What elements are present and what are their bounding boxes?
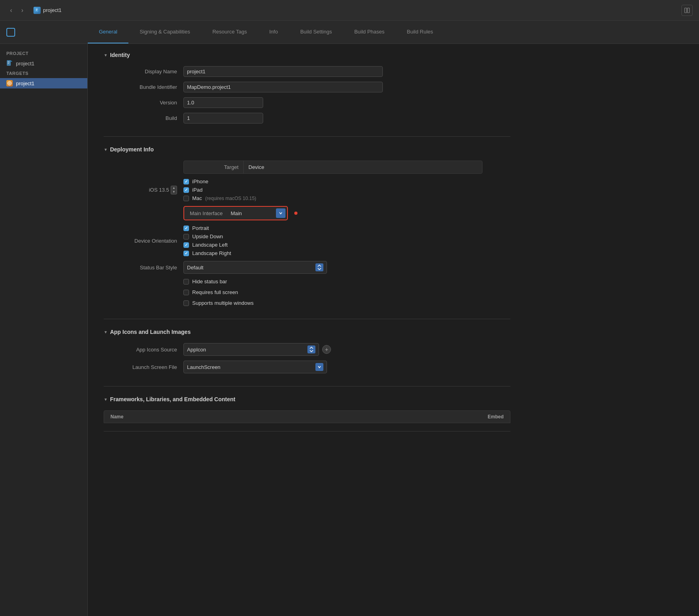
mac-checkbox-row: Mac (requires macOS 10.15) <box>183 195 256 201</box>
ipad-label: iPad <box>192 187 203 193</box>
sidebar-target-label: project1 <box>16 80 34 86</box>
version-input[interactable] <box>183 97 263 108</box>
tab-info[interactable]: Info <box>258 21 289 43</box>
requires-full-screen-checkbox[interactable] <box>183 290 189 295</box>
app-icons-arrow: ▼ <box>104 330 108 334</box>
tab-resource-tags[interactable]: Resource Tags <box>201 21 258 43</box>
iphone-checkbox[interactable] <box>183 179 189 184</box>
app-icons-source-controls: AppIcon + <box>183 343 331 356</box>
iphone-label: iPhone <box>192 179 208 184</box>
main-interface-highlight: Main Interface <box>183 206 288 220</box>
project-file-svg <box>7 60 12 67</box>
requires-full-screen-item: Requires full screen <box>183 289 238 295</box>
back-button[interactable]: ‹ <box>6 6 16 15</box>
ipad-checkbox-row: iPad <box>183 187 256 193</box>
multiple-windows-item: Supports multiple windows <box>183 300 254 306</box>
multiple-windows-label: Supports multiple windows <box>192 300 254 306</box>
project-title: project1 <box>33 7 61 14</box>
version-label: Version <box>104 100 183 106</box>
project-file-icon <box>35 8 39 13</box>
tab-build-rules[interactable]: Build Rules <box>396 21 444 43</box>
hide-status-bar-row: Hide status bar <box>104 279 510 284</box>
landscape-right-row: Landscape Right <box>183 250 231 256</box>
content-inner: ▼ Identity Display Name Bundle Identifie… <box>88 44 526 449</box>
device-checkboxes: iPhone iPad Mac (requires macOS 10.15) <box>183 179 256 201</box>
mac-note: (requires macOS 10.15) <box>205 196 256 201</box>
landscape-left-checkbox[interactable] <box>183 242 189 248</box>
target-value: Device <box>244 161 482 173</box>
chevron-down-icon-2 <box>317 365 321 369</box>
portrait-checkbox[interactable] <box>183 226 189 231</box>
identity-section-header: ▼ Identity <box>104 52 510 58</box>
target-svg <box>7 81 12 86</box>
frameworks-title: Frameworks, Libraries, and Embedded Cont… <box>110 396 235 402</box>
targets-section-header: TARGETS <box>0 69 87 78</box>
version-row: Version <box>104 97 510 108</box>
app-icons-section: ▼ App Icons and Launch Images App Icons … <box>104 329 510 386</box>
mac-checkbox[interactable] <box>183 196 189 201</box>
upside-down-label: Upside Down <box>192 233 223 239</box>
orientation-checkboxes: Portrait Upside Down Landscape Left <box>183 225 231 256</box>
tab-sidebar[interactable] <box>0 21 88 43</box>
build-row: Build <box>104 113 510 124</box>
sidebar-item-project[interactable]: project1 <box>0 58 87 69</box>
project-name-label: project1 <box>43 7 61 13</box>
landscape-right-label: Landscape Right <box>192 250 231 256</box>
main-interface-row: Main Interface <box>104 206 510 220</box>
sidebar-item-target[interactable]: project1 <box>0 78 87 88</box>
frameworks-name-header: Name <box>110 414 464 420</box>
portrait-row: Portrait <box>183 225 231 231</box>
display-name-input[interactable] <box>183 66 383 77</box>
launch-screen-label: Launch Screen File <box>104 364 183 370</box>
hide-status-bar-checkbox[interactable] <box>183 279 189 284</box>
tab-general[interactable]: General <box>88 21 128 43</box>
ipad-checkbox[interactable] <box>183 187 189 193</box>
app-icons-title: App Icons and Launch Images <box>110 329 191 335</box>
tab-build-phases[interactable]: Build Phases <box>343 21 396 43</box>
multiple-windows-checkbox[interactable] <box>183 300 189 306</box>
bundle-id-input[interactable] <box>183 82 383 92</box>
bundle-id-row: Bundle Identifier <box>104 82 510 92</box>
svg-rect-3 <box>36 10 37 11</box>
svg-point-13 <box>9 83 10 84</box>
bundle-id-label: Bundle Identifier <box>104 84 183 90</box>
stepper-icon-2 <box>309 346 314 353</box>
launch-screen-dropdown[interactable]: LaunchScreen <box>183 361 327 373</box>
status-bar-row: Status Bar Style Default <box>104 261 510 274</box>
main-interface-input[interactable] <box>227 208 275 218</box>
status-bar-value: Default <box>187 265 203 271</box>
project-section-header: PROJECT <box>0 49 87 58</box>
svg-rect-9 <box>8 63 10 63</box>
main-interface-dropdown-btn[interactable] <box>276 208 286 218</box>
tab-build-settings[interactable]: Build Settings <box>289 21 343 43</box>
app-icons-source-row: App Icons Source AppIcon + <box>104 343 510 356</box>
forward-button[interactable]: › <box>18 6 27 15</box>
title-bar: ‹ › project1 <box>0 0 699 21</box>
identity-title: Identity <box>110 52 130 58</box>
app-icons-source-arrow <box>307 345 315 353</box>
launch-screen-value: LaunchScreen <box>187 364 221 370</box>
iphone-checkbox-row: iPhone <box>183 179 256 184</box>
app-icons-source-dropdown[interactable]: AppIcon <box>183 343 319 356</box>
tab-bar: General Signing & Capabilities Resource … <box>0 21 699 44</box>
app-icons-add-button[interactable]: + <box>322 345 331 354</box>
split-editor-icon <box>684 8 690 13</box>
tab-signing[interactable]: Signing & Capabilities <box>128 21 201 43</box>
landscape-right-checkbox[interactable] <box>183 251 189 256</box>
hide-status-bar-item: Hide status bar <box>183 279 227 284</box>
status-bar-arrow <box>315 263 323 271</box>
build-input[interactable] <box>183 113 263 124</box>
chevron-down-icon <box>279 211 283 215</box>
frameworks-table-header: Name Embed <box>104 410 510 423</box>
ios-version-stepper[interactable]: ▲ ▼ <box>171 186 177 194</box>
launch-screen-row: Launch Screen File LaunchScreen <box>104 361 510 373</box>
status-bar-dropdown[interactable]: Default <box>183 261 327 274</box>
stepper-icon <box>317 264 322 271</box>
red-dot-indicator <box>294 212 297 215</box>
frameworks-section-header: ▼ Frameworks, Libraries, and Embedded Co… <box>104 396 510 402</box>
target-row: Target Device <box>183 161 482 174</box>
upside-down-checkbox[interactable] <box>183 234 189 239</box>
deployment-section-header: ▼ Deployment Info <box>104 146 510 153</box>
ios-version-text: iOS 13.5 <box>149 187 169 193</box>
add-editor-button[interactable] <box>681 5 693 16</box>
